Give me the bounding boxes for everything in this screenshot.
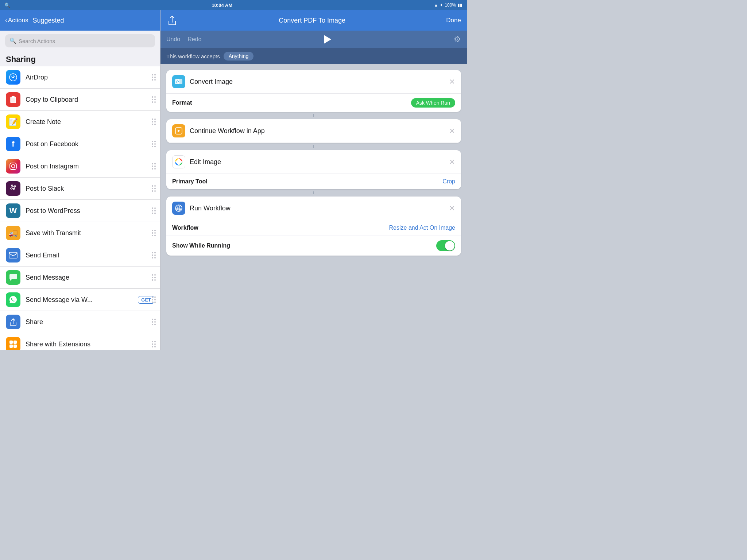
drag-handle	[150, 111, 157, 133]
svg-rect-4	[10, 163, 16, 170]
workflow-area: Convert Image ✕ Format Ask When Run	[160, 64, 467, 350]
card-row: Show While Running	[166, 236, 461, 256]
extensions-label: Share with Extensions	[26, 341, 154, 348]
run-workflow-close-button[interactable]: ✕	[449, 204, 455, 213]
list-item[interactable]: Post on Instagram	[0, 155, 160, 178]
show-while-running-toggle[interactable]	[436, 240, 455, 251]
back-label: Actions	[8, 17, 28, 24]
list-item[interactable]: Send Message via W... GET	[0, 289, 160, 311]
run-workflow-title: Run Workflow	[190, 205, 445, 212]
list-item[interactable]: Copy to Clipboard	[0, 89, 160, 111]
list-item[interactable]: 🚚 Save with Transmit	[0, 222, 160, 244]
edit-image-close-button[interactable]: ✕	[449, 158, 455, 166]
drag-handle	[150, 200, 157, 222]
drag-handle	[150, 178, 157, 199]
svg-rect-10	[9, 345, 13, 348]
transmit-label: Save with Transmit	[26, 229, 154, 237]
redo-button[interactable]: Redo	[187, 36, 201, 43]
workflow-row-label: Workflow	[172, 225, 389, 231]
primary-tool-value[interactable]: Crop	[442, 178, 455, 185]
instagram-icon	[6, 159, 20, 174]
whatsapp-icon	[6, 292, 20, 307]
airdrop-label: AirDrop	[26, 74, 154, 81]
convert-image-close-button[interactable]: ✕	[449, 77, 455, 86]
settings-gear-icon[interactable]: ⚙	[454, 35, 461, 44]
extensions-icon	[6, 337, 20, 350]
continue-workflow-icon	[172, 124, 185, 137]
format-label: Format	[172, 100, 411, 106]
accepts-badge[interactable]: Anything	[224, 52, 253, 61]
clipboard-icon	[6, 92, 20, 107]
airdrop-icon	[6, 70, 20, 85]
drag-handle	[150, 289, 157, 311]
whatsapp-label: Send Message via W...	[26, 296, 133, 304]
card-header: Continue Workflow in App ✕	[166, 119, 461, 143]
edit-image-card: Edit Image ✕ Primary Tool Crop	[166, 150, 461, 189]
step-connector	[166, 191, 461, 194]
primary-tool-label: Primary Tool	[172, 178, 442, 185]
play-button[interactable]	[324, 35, 331, 44]
back-chevron-icon: ‹	[5, 17, 7, 24]
list-item[interactable]: Post to Slack	[0, 178, 160, 200]
workflow-row-value[interactable]: Resize and Act On Image	[389, 225, 455, 231]
status-bar-left: 🔍 10:04 AM	[4, 3, 10, 8]
card-header: Edit Image ✕	[166, 150, 461, 174]
status-bar-time: 10:04 AM	[212, 3, 232, 8]
search-bar[interactable]: 🔍 Search Actions	[5, 34, 155, 47]
facebook-label: Post on Facebook	[26, 140, 154, 148]
email-icon	[6, 248, 20, 262]
back-button[interactable]: ‹ Actions	[5, 17, 28, 24]
undo-button[interactable]: Undo	[166, 36, 180, 43]
list-item[interactable]: AirDrop	[0, 66, 160, 89]
toggle-knob	[445, 241, 454, 250]
list-item[interactable]: Share with Extensions	[0, 333, 160, 350]
left-navbar: ‹ Actions Suggested	[0, 10, 160, 31]
status-bar-right: ▲ ✦ 100% ▮▮	[434, 3, 462, 8]
app-container: ‹ Actions Suggested 🔍 Search Actions Sha…	[0, 10, 467, 350]
list-item[interactable]: Share	[0, 311, 160, 333]
slack-label: Post to Slack	[26, 185, 154, 192]
instagram-label: Post on Instagram	[26, 163, 154, 170]
location-icon: ▲	[434, 3, 438, 8]
list-item[interactable]: 📝 Create Note	[0, 111, 160, 133]
accepts-bar: This workflow accepts Anything	[160, 48, 467, 64]
battery-label: 100%	[445, 3, 456, 8]
card-header: Run Workflow ✕	[166, 197, 461, 220]
note-label: Create Note	[26, 118, 154, 126]
sharing-section-header: Sharing	[0, 51, 160, 66]
clipboard-label: Copy to Clipboard	[26, 96, 154, 104]
run-workflow-icon	[172, 202, 185, 215]
message-label: Send Message	[26, 274, 154, 281]
svg-point-14	[177, 82, 177, 83]
edit-image-icon	[172, 155, 185, 168]
drag-handle	[150, 267, 157, 288]
bluetooth-icon: ✦	[440, 3, 443, 8]
done-button[interactable]: Done	[446, 17, 461, 24]
continue-workflow-close-button[interactable]: ✕	[449, 127, 455, 135]
list-item[interactable]: W Post to WordPress	[0, 200, 160, 222]
svg-point-5	[12, 165, 15, 168]
accepts-label: This workflow accepts	[166, 53, 220, 59]
left-panel: ‹ Actions Suggested 🔍 Search Actions Sha…	[0, 10, 160, 350]
email-label: Send Email	[26, 252, 154, 259]
search-indicator: 🔍	[4, 3, 10, 8]
format-value[interactable]: Ask When Run	[411, 98, 455, 108]
search-icon: 🔍	[9, 38, 16, 44]
drag-handle	[150, 244, 157, 266]
list-item[interactable]: f Post on Facebook	[0, 133, 160, 155]
run-workflow-card: Run Workflow ✕ Workflow Resize and Act O…	[166, 197, 461, 256]
list-item[interactable]: Send Message	[0, 267, 160, 289]
svg-rect-11	[13, 345, 17, 348]
card-row: Format Ask When Run	[166, 94, 461, 112]
right-panel: Convert PDF To Image Done Undo Redo ⚙ Th…	[160, 10, 467, 350]
drag-handle	[150, 222, 157, 244]
workflow-title: Convert PDF To Image	[279, 17, 345, 24]
step-connector	[166, 114, 461, 117]
share-button[interactable]	[166, 15, 178, 26]
toolbar-play	[209, 35, 447, 44]
drag-handle	[150, 66, 157, 88]
action-list: AirDrop Copy to Clipboard	[0, 66, 160, 350]
list-item[interactable]: Send Email	[0, 244, 160, 267]
convert-image-icon	[172, 75, 185, 88]
svg-rect-8	[9, 341, 13, 344]
